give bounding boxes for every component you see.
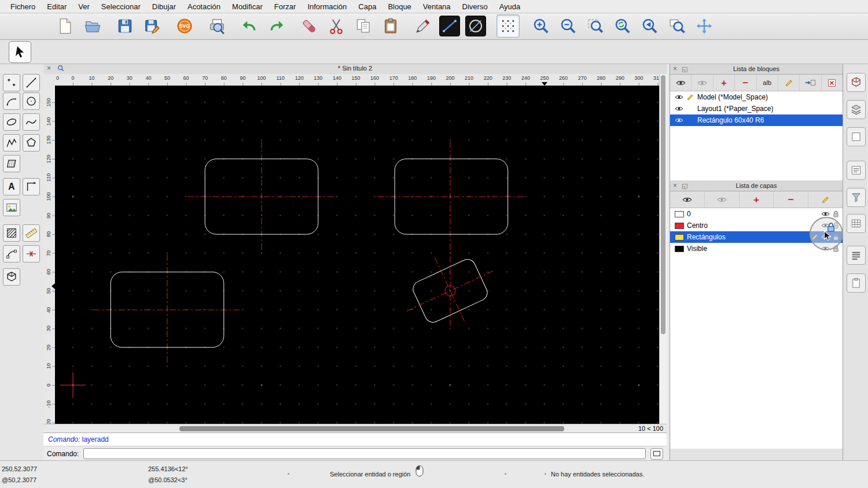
circle-tool-button[interactable] [23,93,40,110]
delete-button[interactable] [298,15,320,37]
horizontal-scroll-thumb[interactable] [179,426,564,431]
remove-block-button[interactable]: − [735,75,756,91]
dock-command-button[interactable] [847,161,866,180]
delete-block-button[interactable] [822,75,843,91]
grid-toggle-button[interactable] [496,14,520,38]
menu-item-seleccionar[interactable]: Seleccionar [95,2,146,11]
arc-tool-button[interactable] [3,93,20,110]
hatch-tool-button[interactable] [3,155,20,172]
hide-all-layers-button[interactable] [705,191,740,208]
add-layer-button[interactable]: + [740,191,774,208]
show-all-layers-button[interactable] [670,191,705,208]
zoom-in-button[interactable] [530,15,552,37]
redo-button[interactable] [266,15,288,37]
show-all-blocks-button[interactable] [670,75,692,91]
menu-item-acotacion[interactable]: Acotación [182,2,226,11]
copy-button[interactable] [352,15,374,37]
eye-open-icon[interactable] [675,106,683,112]
cube-3d-tool-button[interactable] [3,268,20,286]
ellipse-tool-button[interactable] [3,113,20,131]
zoom-pan-button[interactable] [693,15,715,37]
select-tool-button[interactable] [9,41,31,63]
menu-item-fichero[interactable]: Fichero [5,2,41,11]
ornament-tool-button[interactable] [3,245,20,263]
print-preview-button[interactable] [206,15,228,37]
block-row[interactable]: Layout1 (*Paper_Space) [670,103,843,114]
dock-library-button[interactable] [847,127,866,146]
menu-item-bloque[interactable]: Bloque [382,2,417,11]
blocks-panel-float-icon[interactable]: ◱ [682,64,687,74]
canvas-vertical-scrollbar[interactable] [659,74,667,424]
menu-item-ventana[interactable]: Ventana [417,2,457,11]
edit-layer-button[interactable] [808,191,843,208]
image-tool-button[interactable] [3,199,20,216]
block-row-selected[interactable]: Rectángulo 60x40 R6 [670,114,843,126]
menu-item-ver[interactable]: Ver [72,2,95,11]
cut-button[interactable] [325,15,347,37]
menu-item-dibujar[interactable]: Dibujar [146,2,182,11]
zoom-redraw-button[interactable] [612,15,634,37]
hruler-label: 30 [127,75,133,81]
undo-button[interactable] [238,15,260,37]
svg-export-button[interactable]: SVG [174,15,196,37]
paste-button[interactable] [380,15,402,37]
menu-item-ayuda[interactable]: Ayuda [494,2,527,11]
hide-all-blocks-button[interactable] [692,75,713,91]
command-input[interactable] [83,448,646,459]
polyline-tool-button[interactable] [3,134,20,151]
vertical-scroll-thumb[interactable] [661,75,665,334]
line-tool-button[interactable] [23,74,40,91]
block-row[interactable]: Model (*Model_Space) [670,91,843,103]
dock-table-button[interactable] [847,214,866,233]
lock-icon[interactable] [833,210,839,218]
dock-rows-button[interactable] [847,246,866,265]
eye-closed-icon [697,80,707,86]
menu-bar: FicheroEditarVerSeleccionarDibujarAcotac… [0,0,868,13]
text-tool-button[interactable]: A [3,178,20,195]
layers-panel-close-icon[interactable]: × [673,180,677,191]
menu-item-capa[interactable]: Capa [352,2,382,11]
rename-block-button[interactable]: alb [757,75,778,91]
eye-open-icon[interactable] [675,117,683,123]
menu-item-editar[interactable]: Editar [41,2,72,11]
layer-row[interactable]: 0 [670,208,843,220]
remove-layer-button[interactable]: − [774,191,808,208]
eye-open-icon[interactable] [675,94,683,100]
insert-block-button[interactable] [800,75,821,91]
zoom-auto-button[interactable] [584,15,606,37]
edit-block-button[interactable] [778,75,800,91]
zoom-window-button[interactable] [666,15,688,37]
save-button[interactable] [114,15,136,37]
zoom-previous-button[interactable] [639,15,661,37]
spline-tool-button[interactable] [23,113,40,131]
solid-fill-tool-button[interactable] [3,224,20,242]
add-block-button[interactable]: + [713,75,735,91]
dock-cube-button[interactable] [847,73,866,92]
new-file-button[interactable] [54,15,76,37]
open-file-button[interactable] [82,15,104,37]
menu-item-diverso[interactable]: Diverso [457,2,494,11]
dock-filter-button[interactable] [847,188,866,207]
polygon-tool-button[interactable] [23,134,40,151]
menu-item-forzar[interactable]: Forzar [269,2,302,11]
dock-clipboard-button[interactable] [847,273,866,293]
points-tool-button[interactable] [3,74,20,91]
zoom-out-button[interactable] [557,15,579,37]
line-attributes-button[interactable] [439,16,460,36]
blocks-panel-close-icon[interactable]: × [673,64,677,74]
eye-open-icon[interactable] [821,211,830,217]
layers-panel-float-icon[interactable]: ◱ [682,180,687,191]
pen-button[interactable] [412,15,434,37]
selection-info: No hay entidades seleccionadas. [551,471,644,478]
zoom-in-icon [532,17,550,35]
menu-item-modificar[interactable]: Modificar [226,2,269,11]
corner-tool-button[interactable] [23,178,40,195]
command-dock-button[interactable] [650,448,663,460]
circle-attributes-button[interactable] [465,16,486,36]
save-as-button[interactable] [141,15,163,37]
menu-item-informacion[interactable]: Información [301,2,352,11]
dock-layers-button[interactable] [847,100,866,119]
snap-intersection-tool-button[interactable] [23,245,40,263]
drawing-canvas[interactable] [55,86,659,424]
measure-tool-button[interactable] [23,224,40,242]
